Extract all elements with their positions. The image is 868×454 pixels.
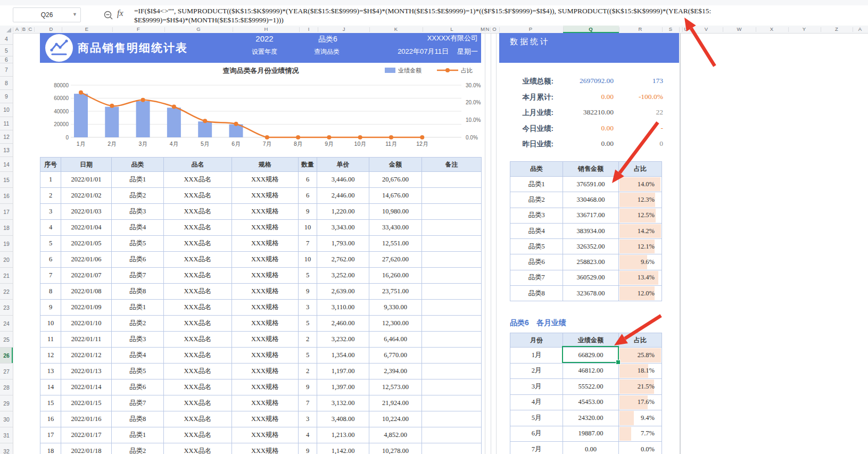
row-header-18[interactable]: 18	[0, 220, 13, 236]
sales-cell[interactable]: 17	[40, 427, 61, 443]
sales-cell[interactable]: 6,770.00	[369, 348, 422, 364]
row-header-30[interactable]: 30	[0, 411, 13, 427]
stat-label[interactable]: 业绩总额:	[495, 77, 553, 86]
sales-cell[interactable]: 2,762.00	[317, 252, 369, 268]
sales-cell[interactable]: 品类3	[112, 332, 164, 348]
sales-cell[interactable]: 14	[40, 379, 61, 395]
row-header-9[interactable]: 9	[0, 90, 13, 103]
sales-cell[interactable]: XXX品名	[164, 252, 232, 268]
sales-cell[interactable]: 1,793.00	[317, 236, 369, 252]
sales-cell[interactable]	[422, 411, 482, 427]
sales-cell[interactable]: 3,343.00	[317, 220, 369, 236]
sales-cell[interactable]: 品类3	[112, 204, 164, 220]
sales-cell[interactable]	[422, 204, 482, 220]
sales-cell[interactable]: 12	[40, 348, 61, 364]
sales-cell[interactable]: 2,460.00	[317, 316, 369, 332]
column-header-D[interactable]: D	[49, 26, 53, 33]
stat-value[interactable]: 0.00	[553, 93, 614, 102]
row-header-23[interactable]: 23	[0, 300, 13, 316]
row-header-31[interactable]: 31	[0, 427, 13, 443]
sales-cell[interactable]: 8	[40, 284, 61, 300]
sales-cell[interactable]: 7	[40, 268, 61, 284]
sales-cell[interactable]: 9	[299, 204, 317, 220]
sales-cell[interactable]: 品类6	[112, 379, 164, 395]
sales-cell[interactable]	[422, 379, 482, 395]
category-cell[interactable]: 12.0%	[619, 286, 662, 301]
sales-cell[interactable]	[422, 395, 482, 411]
sales-cell[interactable]: XXX规格	[232, 220, 299, 236]
sales-cell[interactable]: XXX规格	[232, 300, 299, 316]
row-header-7[interactable]: 7	[0, 63, 13, 77]
monthly-cell[interactable]: 9.4%	[619, 410, 662, 426]
monthly-cell[interactable]: 5月	[510, 410, 563, 426]
sales-cell[interactable]: XXX规格	[232, 364, 299, 379]
column-header-I[interactable]: I	[308, 26, 310, 33]
monthly-cell[interactable]: 19887.00	[563, 426, 619, 442]
sales-column-header[interactable]: 单价	[317, 157, 369, 172]
name-box[interactable]: Q26 ▼	[13, 7, 81, 22]
stat-label[interactable]: 上月业绩:	[495, 108, 553, 118]
category-cell[interactable]: 品类5	[510, 239, 563, 254]
sales-cell[interactable]: 18	[40, 443, 61, 454]
year-value[interactable]: 2022	[255, 34, 273, 43]
sales-cell[interactable]: XXX规格	[232, 427, 299, 443]
sales-cell[interactable]: XXX规格	[232, 188, 299, 204]
sales-cell[interactable]: XXX品名	[164, 300, 232, 316]
sales-cell[interactable]: 2,446.00	[317, 188, 369, 204]
row-header-11[interactable]: 11	[0, 117, 13, 130]
column-header-S[interactable]: S	[669, 26, 672, 33]
sales-cell[interactable]: 1,354.00	[317, 348, 369, 364]
sales-cell[interactable]: XXX品名	[164, 395, 232, 411]
sales-cell[interactable]	[422, 172, 482, 188]
row-header-27[interactable]: 27	[0, 364, 13, 379]
row-header-29[interactable]: 29	[0, 395, 13, 411]
sales-cell[interactable]: 2022/01/08	[61, 284, 112, 300]
stat-value[interactable]: 2697092.00	[553, 77, 614, 86]
selected-cell-outline[interactable]	[562, 346, 619, 363]
category-cell[interactable]: 383934.00	[563, 224, 619, 239]
sales-cell[interactable]: 9	[299, 443, 317, 454]
category-cell[interactable]: 12.5%	[619, 208, 662, 224]
column-header-H[interactable]: H	[264, 26, 268, 33]
row-header-4[interactable]: 4	[0, 33, 13, 45]
monthly-cell[interactable]: 1月	[510, 348, 563, 364]
sales-column-header[interactable]: 日期	[61, 157, 112, 172]
sales-cell[interactable]: 品类5	[112, 364, 164, 379]
sales-cell[interactable]	[422, 188, 482, 204]
sales-cell[interactable]	[422, 332, 482, 348]
sales-cell[interactable]: 11	[40, 332, 61, 348]
sales-cell[interactable]: 3,252.00	[317, 268, 369, 284]
stat-extra[interactable]: 0	[614, 139, 663, 149]
sales-cell[interactable]: 7	[299, 395, 317, 411]
sales-column-header[interactable]: 金额	[369, 157, 422, 172]
sales-cell[interactable]: 10	[299, 252, 317, 268]
column-header-G[interactable]: G	[196, 26, 200, 33]
sales-cell[interactable]: XXX品名	[164, 284, 232, 300]
category-cell[interactable]: 326352.00	[563, 239, 619, 254]
sales-cell[interactable]	[422, 427, 482, 443]
sales-cell[interactable]: XXX规格	[232, 236, 299, 252]
sales-cell[interactable]: 6	[40, 252, 61, 268]
sales-cell[interactable]: 4	[299, 427, 317, 443]
sales-cell[interactable]: XXX品名	[164, 348, 232, 364]
stat-extra[interactable]: -100.0%	[614, 93, 663, 102]
sales-cell[interactable]: 2022/01/01	[61, 172, 112, 188]
category-cell[interactable]: 14.2%	[619, 224, 662, 239]
sales-cell[interactable]	[422, 252, 482, 268]
column-header-N[interactable]: N	[486, 26, 490, 33]
sales-cell[interactable]: 6	[299, 188, 317, 204]
sales-cell[interactable]: 品类6	[112, 252, 164, 268]
chevron-down-icon[interactable]: ▼	[72, 12, 77, 17]
sales-cell[interactable]: XXX规格	[232, 395, 299, 411]
sales-cell[interactable]: XXX品名	[164, 316, 232, 332]
sales-cell[interactable]: 2022/01/03	[61, 204, 112, 220]
sales-cell[interactable]: XXX规格	[232, 268, 299, 284]
combo-chart[interactable]: 80000600004000020000030.0%20.0%10.0%0.0%…	[40, 63, 482, 157]
sales-cell[interactable]: 品类7	[112, 395, 164, 411]
monthly-cell[interactable]: 18.1%	[619, 364, 662, 379]
sales-cell[interactable]: 20,676.00	[369, 172, 422, 188]
sales-cell[interactable]: 5	[299, 316, 317, 332]
stat-extra[interactable]: 173	[614, 77, 663, 86]
category-cell[interactable]: 品类8	[510, 286, 563, 301]
column-headers[interactable]: ABCDEFGHIJKLMNOPQRSUVWXYZA	[0, 26, 868, 34]
